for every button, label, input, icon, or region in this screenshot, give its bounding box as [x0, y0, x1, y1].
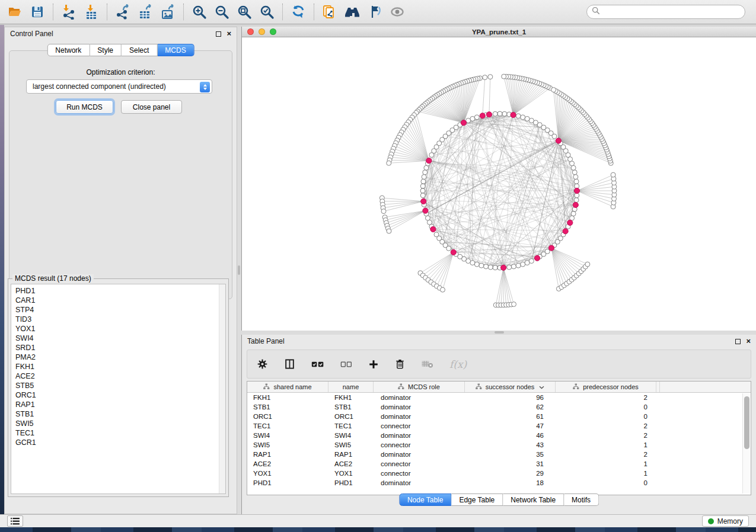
- column-header-successor-nodes[interactable]: successor nodes: [465, 382, 556, 392]
- graph-node[interactable]: [511, 264, 516, 269]
- graph-leaf-node[interactable]: [585, 262, 590, 267]
- graph-node[interactable]: [571, 165, 576, 170]
- graph-node[interactable]: [574, 198, 579, 203]
- table-row[interactable]: SWI5SWI5connector431: [247, 440, 751, 450]
- result-item[interactable]: ACE2: [15, 371, 225, 381]
- search-binoculars-icon[interactable]: [342, 3, 362, 21]
- graph-node[interactable]: [521, 262, 525, 267]
- table-row[interactable]: PHD1PHD1dominator180: [247, 478, 751, 488]
- import-network-from-file-icon[interactable]: [59, 3, 79, 21]
- graph-node[interactable]: [488, 265, 493, 270]
- graph-node[interactable]: [574, 179, 579, 184]
- graph-dominator-node[interactable]: [534, 255, 540, 261]
- tab-select[interactable]: Select: [122, 44, 157, 56]
- result-item[interactable]: TEC1: [15, 428, 225, 438]
- show-columns-icon[interactable]: [284, 358, 295, 370]
- zoom-selected-icon[interactable]: [257, 3, 277, 21]
- table-row[interactable]: TEC1TEC1connector472: [247, 421, 751, 431]
- graph-node[interactable]: [521, 115, 525, 120]
- delete-column-icon[interactable]: [395, 358, 405, 370]
- graph-node[interactable]: [423, 170, 428, 175]
- criterion-dropdown[interactable]: largest connected component (undirected): [26, 79, 212, 94]
- graph-dominator-node[interactable]: [511, 112, 516, 117]
- graph-node[interactable]: [572, 170, 577, 175]
- select-all-checkboxes-icon[interactable]: [311, 360, 324, 368]
- search-box[interactable]: [586, 5, 745, 19]
- maximize-window-icon[interactable]: [270, 28, 276, 35]
- export-image-icon[interactable]: [158, 3, 178, 21]
- graph-dominator-node[interactable]: [563, 229, 568, 234]
- tab-style[interactable]: Style: [90, 44, 122, 56]
- export-table-icon[interactable]: [135, 3, 155, 21]
- table-row[interactable]: RAP1RAP1dominator352: [247, 450, 751, 459]
- graph-dominator-node[interactable]: [548, 245, 554, 251]
- table-settings-gear-icon[interactable]: [257, 358, 268, 370]
- graph-dominator-node[interactable]: [574, 188, 579, 193]
- graph-dominator-node[interactable]: [501, 265, 506, 270]
- graph-node[interactable]: [525, 116, 529, 121]
- graph-dominator-node[interactable]: [423, 208, 428, 213]
- table-row[interactable]: ACE2ACE2connector311: [247, 459, 751, 469]
- tab-node-table[interactable]: Node Table: [399, 493, 452, 506]
- result-list-scrollbar[interactable]: [219, 284, 225, 493]
- graph-leaf-node[interactable]: [441, 287, 445, 292]
- result-item[interactable]: TID3: [15, 315, 225, 324]
- function-builder-icon[interactable]: f(x): [449, 358, 467, 370]
- export-network-icon[interactable]: [113, 3, 133, 21]
- graph-node[interactable]: [571, 211, 576, 216]
- splitter-handle[interactable]: [495, 331, 504, 334]
- vertical-splitter[interactable]: [237, 27, 241, 514]
- close-window-icon[interactable]: [247, 28, 254, 35]
- splitter-handle[interactable]: [238, 265, 240, 275]
- graph-leaf-node[interactable]: [502, 74, 506, 79]
- graph-leaf-node[interactable]: [387, 229, 391, 233]
- table-row[interactable]: ORC1ORC1dominator610: [247, 412, 751, 421]
- table-scrollbar-thumb[interactable]: [744, 396, 749, 449]
- table-row[interactable]: YOX1YOX1connector291: [247, 469, 751, 478]
- zoom-fit-icon[interactable]: [234, 3, 254, 21]
- result-item[interactable]: FKH1: [15, 362, 225, 371]
- graph-leaf-node[interactable]: [387, 161, 391, 165]
- graph-node[interactable]: [493, 111, 497, 116]
- tab-mcds[interactable]: MCDS: [157, 44, 194, 56]
- graph-node[interactable]: [479, 263, 484, 268]
- mcds-result-list[interactable]: PHD1CAR1STP4TID3YOX1SWI4SRD1PMA2FKH1ACE2…: [11, 284, 226, 494]
- graph-node[interactable]: [516, 263, 521, 268]
- graph-node[interactable]: [516, 114, 521, 118]
- show-eye-icon[interactable]: [387, 3, 407, 21]
- graph-leaf-node[interactable]: [488, 75, 493, 79]
- graph-node[interactable]: [493, 265, 497, 270]
- graph-node[interactable]: [424, 165, 429, 170]
- graph-node[interactable]: [422, 175, 426, 180]
- tab-motifs[interactable]: Motifs: [564, 493, 599, 506]
- result-item[interactable]: PHD1: [15, 286, 225, 296]
- graph-node[interactable]: [420, 193, 425, 198]
- result-item[interactable]: SWI5: [15, 419, 225, 428]
- graph-node[interactable]: [474, 115, 479, 120]
- result-item[interactable]: YOX1: [15, 324, 225, 334]
- graph-dominator-node[interactable]: [556, 138, 561, 143]
- hide-graphics-details-icon[interactable]: [365, 3, 385, 21]
- result-item[interactable]: CAR1: [15, 296, 225, 305]
- result-item[interactable]: SRD1: [15, 343, 225, 352]
- graph-dominator-node[interactable]: [573, 202, 578, 207]
- task-history-button[interactable]: [7, 515, 23, 527]
- graph-node[interactable]: [507, 265, 512, 270]
- result-item[interactable]: STP4: [15, 305, 225, 315]
- network-window-titlebar[interactable]: YPA_prune.txt_1: [242, 27, 756, 37]
- memory-button[interactable]: Memory: [702, 515, 749, 527]
- save-session-icon[interactable]: [27, 3, 47, 21]
- zoom-out-icon[interactable]: [212, 3, 232, 21]
- tab-edge-table[interactable]: Edge Table: [451, 493, 503, 506]
- result-item[interactable]: STB1: [15, 409, 225, 419]
- graph-dominator-node[interactable]: [480, 113, 485, 118]
- graph-node[interactable]: [420, 188, 425, 193]
- graph-leaf-node[interactable]: [611, 172, 615, 177]
- graph-dominator-node[interactable]: [486, 112, 492, 117]
- result-item[interactable]: PMA2: [15, 352, 225, 362]
- graph-node[interactable]: [502, 111, 507, 116]
- table-row[interactable]: FKH1FKH1dominator962: [247, 393, 751, 402]
- graph-node[interactable]: [474, 262, 479, 267]
- table-row[interactable]: SWI4SWI4dominator462: [247, 431, 751, 440]
- import-table-from-file-icon[interactable]: [81, 3, 101, 21]
